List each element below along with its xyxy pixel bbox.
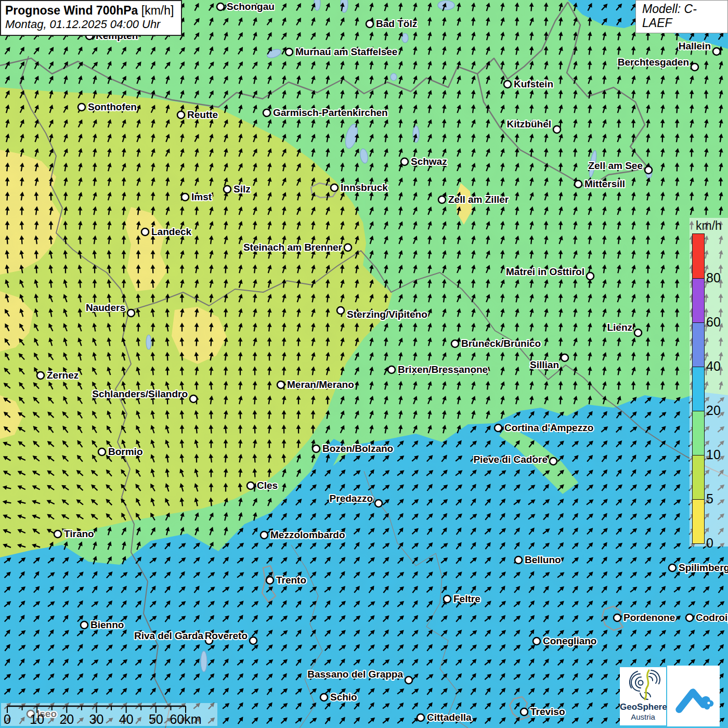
svg-text:Zell am See: Zell am See [588, 160, 643, 171]
city-marker-garmisch-partenkirchen: Garmisch-Partenkirchen [263, 107, 388, 118]
legend-segment [693, 411, 704, 455]
legend-segment [693, 367, 704, 411]
svg-text:Bad Tölz: Bad Tölz [376, 18, 417, 29]
svg-text:Bruneck/Brunico: Bruneck/Brunico [461, 338, 541, 349]
model-label: Modell: C-LAEF [635, 0, 728, 33]
title-box: Prognose Wind 700hPa [km/h] Montag, 01.1… [0, 0, 182, 36]
svg-text:Riva del Garda: Riva del Garda [134, 630, 203, 641]
svg-text:0: 0 [4, 712, 11, 726]
svg-text:10: 10 [30, 712, 44, 726]
legend-segment [693, 278, 704, 322]
legend-tick-label: 40 [706, 358, 728, 374]
svg-text:60km: 60km [170, 712, 201, 726]
map-scale-bar: 0102030405060km [1, 703, 217, 726]
geosphere-logo-subtext: Austria [620, 712, 666, 722]
svg-text:Lienz: Lienz [607, 322, 632, 333]
svg-text:Steinach am Brenner: Steinach am Brenner [243, 242, 343, 253]
svg-text:Hallein: Hallein [679, 41, 711, 51]
svg-text:Innsbruck: Innsbruck [341, 182, 388, 193]
svg-text:Pordenone: Pordenone [623, 612, 675, 623]
page-title: Prognose Wind 700hPa [km/h] [5, 3, 174, 18]
city-marker-steinach-am-brenner: Steinach am Brenner [243, 242, 352, 253]
svg-text:40: 40 [119, 712, 134, 726]
svg-text:Cles: Cles [257, 480, 278, 491]
svg-text:Codroipo: Codroipo [696, 612, 728, 623]
city-marker-bozen-bolzano: Bozen/Bolzano [313, 443, 393, 454]
svg-text:Sillian: Sillian [530, 359, 559, 370]
city-marker-murnau-am-staffelsee: Murnau am Staffelsee [285, 46, 397, 57]
legend-tick-label: 60 [706, 314, 728, 330]
svg-text:Cortina d'Ampezzo: Cortina d'Ampezzo [504, 422, 593, 433]
svg-text:Pieve di Cadore: Pieve di Cadore [473, 454, 548, 465]
svg-text:Tirano: Tirano [64, 528, 94, 539]
weather-map-page: SchongauBad TölzKemptenMurnau am Staffel… [0, 0, 728, 728]
svg-text:Meran/Merano: Meran/Merano [287, 379, 354, 390]
svg-text:Sonthofen: Sonthofen [88, 101, 137, 112]
legend-color-bar [692, 233, 705, 544]
svg-text:Kufstein: Kufstein [514, 79, 553, 89]
forecast-datetime: Montag, 01.12.2025 04:00 Uhr [5, 18, 174, 32]
svg-text:Sterzing/Vipiteno: Sterzing/Vipiteno [347, 309, 427, 320]
title-parameter: Prognose Wind 700hPa [5, 4, 138, 17]
geosphere-austria-logo: GeoSphere Austria [620, 667, 666, 725]
windspeed-legend: km/h 806040201050 [690, 218, 728, 547]
city-marker-sterzing-vipiteno: Sterzing/Vipiteno [337, 307, 427, 320]
svg-text:Reutte: Reutte [187, 109, 218, 120]
svg-text:20: 20 [59, 712, 74, 726]
legend-unit-label: km/h [696, 219, 722, 233]
svg-text:Schio: Schio [330, 692, 357, 703]
city-marker-bruneck-brunico: Bruneck/Brunico [451, 338, 541, 349]
wind-map-canvas: SchongauBad TölzKemptenMurnau am Staffel… [0, 0, 728, 728]
legend-tick-label: 5 [706, 491, 728, 506]
legend-segment [693, 234, 704, 278]
svg-text:Murnau am Staffelsee: Murnau am Staffelsee [295, 46, 397, 57]
city-marker-zell-am-ziller: Zell am Ziller [438, 194, 509, 205]
legend-tick-label: 0 [706, 535, 728, 551]
svg-text:Belluno: Belluno [525, 554, 561, 565]
svg-text:30: 30 [89, 712, 104, 726]
svg-text:Treviso: Treviso [530, 706, 565, 717]
legend-segment [693, 499, 704, 543]
svg-text:Rovereto: Rovereto [205, 630, 248, 641]
svg-text:Zernez: Zernez [47, 370, 79, 381]
svg-text:Imst: Imst [191, 191, 212, 202]
svg-text:Conegliano: Conegliano [543, 635, 596, 646]
svg-text:Feltre: Feltre [453, 593, 480, 604]
legend-tick-label: 80 [706, 270, 728, 285]
legend-tick-label: 10 [706, 447, 728, 462]
svg-text:Schlanders/Silandro: Schlanders/Silandro [92, 388, 188, 399]
city-marker-cortina-d-ampezzo: Cortina d'Ampezzo [495, 422, 593, 433]
svg-text:Matrei in Osttirol: Matrei in Osttirol [506, 266, 584, 277]
svg-text:Bormio: Bormio [108, 446, 143, 457]
svg-text:Bienno: Bienno [90, 619, 124, 630]
city-marker-imst: Imst [181, 191, 212, 202]
city-marker-brixen-bressanone: Brixen/Bressanone [388, 364, 488, 375]
legend-tick-label: 20 [706, 402, 728, 418]
svg-text:Zell am Ziller: Zell am Ziller [448, 194, 509, 205]
geosphere-logo-text: GeoSphere [620, 703, 666, 712]
svg-text:Mezzolombardo: Mezzolombardo [270, 529, 345, 540]
legend-segment [693, 455, 704, 499]
city-marker-cles: Cles [247, 480, 278, 491]
svg-text:Berchtesgaden: Berchtesgaden [618, 57, 689, 68]
svg-text:Kitzbühel: Kitzbühel [507, 119, 552, 129]
svg-text:Predazzo: Predazzo [330, 493, 373, 504]
svg-text:Spilimbergo: Spilimbergo [679, 562, 728, 573]
svg-text:Landeck: Landeck [151, 226, 192, 237]
svg-text:Bozen/Bolzano: Bozen/Bolzano [322, 443, 393, 454]
title-unit: [km/h] [141, 4, 174, 17]
mountain-cloud-icon [673, 673, 714, 719]
svg-text:Brixen/Bressanone: Brixen/Bressanone [398, 364, 488, 375]
svg-text:Schongau: Schongau [227, 1, 275, 12]
city-marker-meran-merano: Meran/Merano [277, 379, 354, 390]
svg-text:Cittadella: Cittadella [427, 712, 472, 723]
svg-text:Garmisch-Partenkirchen: Garmisch-Partenkirchen [273, 107, 388, 118]
svg-text:Nauders: Nauders [86, 302, 125, 313]
city-marker-conegliano: Conegliano [533, 635, 596, 646]
app-logo [667, 666, 720, 726]
svg-text:Bassano del Grappa: Bassano del Grappa [307, 669, 403, 680]
svg-text:Mittersill: Mittersill [584, 178, 625, 189]
scale-ruler: 0102030405060km [1, 703, 217, 726]
svg-text:50: 50 [149, 712, 163, 726]
geosphere-contour-icon [626, 667, 660, 700]
